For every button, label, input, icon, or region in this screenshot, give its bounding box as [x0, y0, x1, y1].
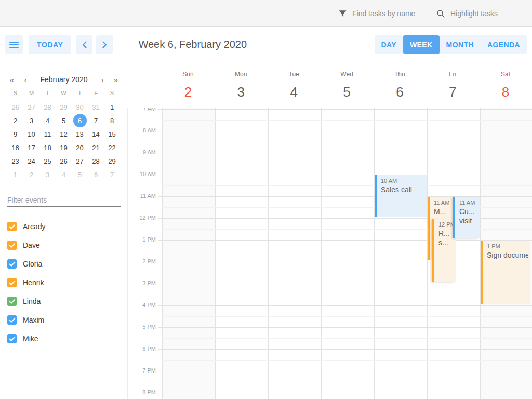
find-tasks-input[interactable]: [352, 9, 429, 18]
mini-calendar-day[interactable]: 3: [39, 168, 56, 181]
mini-calendar-day[interactable]: 19: [56, 141, 72, 154]
mini-calendar-day[interactable]: 6: [88, 168, 104, 181]
mini-calendar-day[interactable]: 5: [56, 114, 72, 127]
mini-calendar-day[interactable]: 4: [39, 114, 56, 127]
scheduler-grid[interactable]: 7 AM8 AM9 AM10 AM11 AM12 PM1 PM2 PM3 PM4…: [127, 108, 532, 399]
mini-calendar-day[interactable]: 28: [39, 100, 56, 114]
mini-calendar-day-selected[interactable]: 6: [72, 114, 88, 127]
calendar-prev-month-button[interactable]: ‹: [19, 73, 32, 86]
mini-calendar-day[interactable]: 7: [104, 168, 120, 181]
calendar-next-month-button[interactable]: ›: [96, 73, 109, 86]
person-checkbox-linda[interactable]: [7, 297, 17, 306]
hour-line: [158, 284, 532, 284]
hour-line: [158, 349, 532, 350]
mini-calendar-day[interactable]: 29: [56, 100, 72, 114]
mini-calendar-day[interactable]: 26: [56, 154, 72, 168]
mini-calendar-day[interactable]: 2: [7, 114, 23, 127]
mini-calendar-day[interactable]: 4: [56, 168, 72, 181]
day-header-fri: Fri7: [426, 62, 479, 108]
mini-calendar-day[interactable]: 15: [104, 127, 120, 141]
event-customer-visit[interactable]: 11 AMCu...visit: [453, 197, 480, 238]
event-title: visit: [459, 217, 477, 226]
view-button-day[interactable]: DAY: [375, 35, 403, 54]
mini-calendar-day[interactable]: 7: [88, 114, 104, 127]
person-checkbox-dave[interactable]: [7, 241, 17, 250]
day-number: 5: [343, 84, 350, 100]
half-hour-line: [162, 360, 532, 361]
menu-button[interactable]: [5, 35, 23, 54]
hour-line: [158, 305, 532, 306]
time-label: 4 PM: [128, 302, 156, 308]
mini-calendar-day[interactable]: 17: [23, 141, 39, 154]
view-button-agenda[interactable]: AGENDA: [481, 35, 527, 54]
mini-calendar-day[interactable]: 24: [23, 154, 39, 168]
mini-calendar-day[interactable]: 10: [23, 127, 39, 141]
day-name: Mon: [235, 71, 247, 78]
time-label: 9 AM: [128, 149, 156, 155]
mini-calendar-day[interactable]: 27: [23, 100, 39, 114]
mini-calendar-day[interactable]: 29: [104, 154, 120, 168]
event-r-truncated[interactable]: 12 PMR...s...: [432, 219, 456, 282]
mini-calendar-day[interactable]: 5: [72, 168, 88, 181]
hour-line: [158, 262, 532, 262]
person-checkbox-arcady[interactable]: [7, 222, 17, 231]
person-row: Dave: [7, 236, 123, 255]
time-label: 1 PM: [128, 236, 156, 243]
mini-calendar-day[interactable]: 14: [88, 127, 104, 141]
person-checkbox-gloria[interactable]: [7, 259, 17, 269]
person-checkbox-mike[interactable]: [7, 334, 17, 343]
person-checkbox-henrik[interactable]: [7, 278, 17, 287]
filter-events-input[interactable]: [7, 193, 121, 207]
mini-calendar-grid: 2627282930311234567891011121314151617181…: [7, 100, 120, 181]
hour-line: [158, 327, 532, 328]
event-time: 11 AM: [459, 200, 477, 206]
time-label: 6 PM: [128, 345, 156, 352]
view-button-week[interactable]: WEEK: [403, 35, 440, 54]
event-title: M...: [434, 207, 450, 217]
weekday-label: W: [56, 90, 72, 96]
mini-calendar-title[interactable]: February 2020: [32, 75, 96, 84]
mini-calendar-day[interactable]: 26: [7, 100, 23, 114]
mini-calendar-day[interactable]: 28: [88, 154, 104, 168]
day-headers: Sun2Mon3Tue4Wed5Thu6Fri7Sat8: [162, 62, 532, 108]
day-number: 7: [449, 84, 456, 100]
mini-calendar-day[interactable]: 1: [7, 168, 23, 181]
mini-calendar-day[interactable]: 23: [7, 154, 23, 168]
mini-calendar-day[interactable]: 9: [7, 127, 23, 141]
day-number: 3: [237, 84, 245, 100]
view-button-month[interactable]: MONTH: [440, 35, 481, 54]
half-hour-line: [162, 164, 532, 164]
mini-calendar-day[interactable]: 30: [72, 100, 88, 114]
mini-calendar-day[interactable]: 13: [72, 127, 88, 141]
next-week-button[interactable]: [96, 35, 113, 54]
mini-calendar-day[interactable]: 21: [88, 141, 104, 154]
mini-calendar-day[interactable]: 25: [39, 154, 56, 168]
day-number: 2: [184, 84, 192, 100]
event-sales-call[interactable]: 10 AMSales call: [375, 175, 427, 217]
mini-calendar-day[interactable]: 27: [72, 154, 88, 168]
calendar-prev-year-button[interactable]: «: [5, 73, 19, 86]
event-time: 12 PM: [438, 221, 454, 228]
day-name: Wed: [340, 71, 353, 78]
mini-calendar-day[interactable]: 3: [23, 114, 39, 127]
mini-calendar-day[interactable]: 31: [88, 100, 104, 114]
mini-calendar-day[interactable]: 2: [23, 168, 39, 181]
previous-week-button[interactable]: [76, 35, 92, 54]
mini-calendar-day[interactable]: 1: [104, 100, 120, 114]
mini-calendar-day[interactable]: 8: [104, 114, 120, 127]
mini-calendar-day[interactable]: 11: [39, 127, 56, 141]
today-button[interactable]: TODAY: [29, 35, 71, 54]
mini-calendar-day[interactable]: 12: [56, 127, 72, 141]
mini-calendar-day[interactable]: 22: [104, 141, 120, 154]
calendar-next-year-button[interactable]: »: [109, 73, 123, 86]
mini-calendar-day[interactable]: 18: [39, 141, 56, 154]
mini-calendar-day[interactable]: 20: [72, 141, 88, 154]
half-hour-line: [162, 142, 532, 142]
mini-calendar-day[interactable]: 16: [7, 141, 23, 154]
weekday-label: T: [39, 90, 56, 96]
person-name: Mike: [23, 335, 38, 343]
person-checkbox-maxim[interactable]: [7, 315, 17, 325]
hour-line: [158, 131, 532, 131]
event-sign-documents[interactable]: 1 PMSign documents: [481, 241, 530, 304]
highlight-tasks-input[interactable]: [450, 9, 527, 18]
